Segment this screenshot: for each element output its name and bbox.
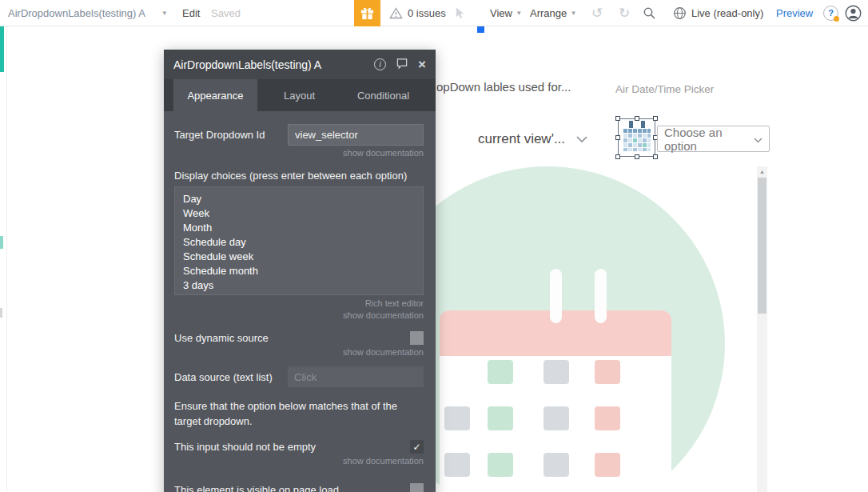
- globe-icon: [673, 6, 687, 20]
- view-dropdown-element[interactable]: current view'...: [478, 131, 587, 147]
- chevron-down-icon: ▾: [162, 10, 166, 17]
- calendar-cell: [543, 406, 569, 430]
- dialog-tabs: Appearance Layout Conditional: [164, 79, 436, 111]
- redo-icon: ↻: [619, 5, 630, 22]
- not-empty-checkbox[interactable]: ✓: [410, 440, 424, 454]
- calendar-cell: [595, 453, 620, 477]
- choice-line: 3 days: [183, 278, 415, 293]
- selection-marker: [477, 26, 484, 33]
- pointer-tool[interactable]: [454, 0, 466, 26]
- visible-on-load-checkbox[interactable]: [410, 483, 424, 492]
- help-glyph: ?: [828, 8, 834, 18]
- redo-button[interactable]: ↻: [619, 0, 630, 26]
- chevron-down-icon: ▾: [571, 10, 575, 17]
- gift-icon: [360, 6, 375, 21]
- calendar-cell: [543, 453, 569, 477]
- notification-dot: [834, 16, 839, 22]
- calendar-cell: [488, 360, 513, 384]
- saved-label: Saved: [211, 7, 241, 19]
- top-toolbar: AirDropdownLabels(testing) A ▾ Edit Save…: [0, 0, 868, 26]
- view-label: View: [490, 7, 512, 19]
- resize-handle[interactable]: [653, 154, 658, 159]
- choose-option-text: Choose an option: [664, 126, 754, 153]
- bubble-editor: AirDropdownLabels(testing) A ▾ Edit Save…: [0, 0, 868, 492]
- help-icon: ?: [823, 6, 838, 21]
- show-documentation-link[interactable]: show documentation: [174, 148, 424, 158]
- target-dropdown-label: Target Dropdown Id: [174, 129, 265, 141]
- calendar-ring: [550, 269, 562, 323]
- calendar-cell: [595, 360, 620, 384]
- resize-handle[interactable]: [635, 116, 639, 121]
- choice-line: Schedule day: [183, 235, 415, 250]
- resize-handle[interactable]: [615, 154, 620, 159]
- tab-appearance[interactable]: Appearance: [173, 79, 257, 111]
- scroll-up-icon[interactable]: ▲: [757, 166, 767, 177]
- calendar-cell: [488, 453, 513, 477]
- choose-option-dropdown[interactable]: Choose an option: [657, 126, 770, 152]
- data-source-row: Data source (text list) Click: [174, 366, 424, 387]
- edit-label: Edit: [182, 7, 200, 19]
- calendar-cell: [488, 406, 513, 430]
- saved-status: Saved: [211, 0, 241, 26]
- data-source-input[interactable]: Click: [288, 366, 424, 387]
- visible-on-load-row: This element is visible on page load: [174, 483, 424, 492]
- show-documentation-link[interactable]: show documentation: [174, 347, 424, 357]
- close-icon[interactable]: ×: [418, 58, 426, 71]
- group-scrollbar[interactable]: ▲: [757, 166, 767, 492]
- environment-selector[interactable]: Live (read-only): [673, 0, 763, 26]
- canvas-element-fragment: [0, 308, 2, 318]
- account-button[interactable]: [845, 0, 862, 26]
- arrange-menu[interactable]: Arrange ▾: [530, 0, 575, 26]
- app-selector[interactable]: AirDropdownLabels(testing) A ▾: [8, 0, 166, 26]
- data-source-label: Data source (text list): [174, 371, 273, 383]
- picker-caption-text[interactable]: Air Date/Time Picker: [615, 83, 714, 95]
- rich-text-editor-link[interactable]: Rich text editor: [174, 298, 424, 308]
- tab-conditional[interactable]: Conditional: [341, 79, 425, 111]
- resize-handle[interactable]: [615, 116, 620, 121]
- tab-layout[interactable]: Layout: [257, 79, 341, 111]
- choice-line: Day: [183, 192, 415, 206]
- canvas-element-fragment: [0, 236, 3, 249]
- resize-handle[interactable]: [653, 116, 658, 121]
- ensure-note: Ensure that the option below matches tha…: [174, 398, 424, 429]
- preview-button[interactable]: Preview: [776, 0, 813, 26]
- edit-menu[interactable]: Edit: [182, 0, 200, 26]
- view-dropdown-text: current view'...: [478, 131, 565, 147]
- calendar-ring: [595, 269, 607, 323]
- chevron-down-icon: [754, 132, 762, 146]
- info-icon[interactable]: i: [374, 58, 386, 70]
- gift-button[interactable]: [354, 0, 380, 26]
- view-menu[interactable]: View ▾: [490, 0, 520, 26]
- issues-label: 0 issues: [408, 7, 446, 19]
- resize-handle[interactable]: [615, 135, 620, 140]
- choice-line: Week: [183, 206, 415, 221]
- comment-icon[interactable]: [396, 58, 408, 72]
- target-dropdown-input[interactable]: [288, 124, 424, 146]
- display-choices-value[interactable]: DayWeekMonthSchedule daySchedule weekSch…: [174, 186, 424, 295]
- undo-button[interactable]: ↺: [591, 0, 603, 26]
- show-documentation-link[interactable]: show documentation: [174, 310, 424, 320]
- dialog-body: Target Dropdown Id show documentation Di…: [164, 111, 436, 492]
- resize-handle[interactable]: [635, 154, 639, 159]
- not-empty-label: This input should not be empty: [174, 441, 316, 453]
- scrollbar-thumb[interactable]: [758, 178, 766, 314]
- choice-line: Schedule month: [183, 264, 415, 278]
- dynamic-source-row: Use dynamic source: [174, 331, 424, 345]
- undo-icon: ↺: [591, 5, 603, 22]
- calendar-cell: [444, 453, 470, 477]
- selected-datepicker-element[interactable]: [618, 118, 655, 157]
- not-empty-row: This input should not be empty ✓: [174, 440, 424, 454]
- visible-on-load-label: This element is visible on page load: [174, 484, 339, 492]
- show-documentation-link[interactable]: show documentation: [174, 456, 424, 466]
- search-button[interactable]: [643, 0, 656, 26]
- issues-indicator[interactable]: 0 issues: [389, 0, 446, 26]
- calendar-icon: [623, 121, 651, 154]
- arrange-label: Arrange: [530, 7, 567, 19]
- dialog-title: AirDropdownLabels(testing) A: [173, 58, 364, 71]
- canvas-element-fragment: [0, 26, 4, 72]
- canvas-text-element[interactable]: opDown lables used for...: [436, 80, 571, 94]
- dialog-title-bar[interactable]: AirDropdownLabels(testing) A i ×: [164, 50, 436, 79]
- help-button[interactable]: ?: [823, 0, 838, 26]
- warning-icon: [389, 7, 403, 19]
- dynamic-source-checkbox[interactable]: [410, 331, 424, 345]
